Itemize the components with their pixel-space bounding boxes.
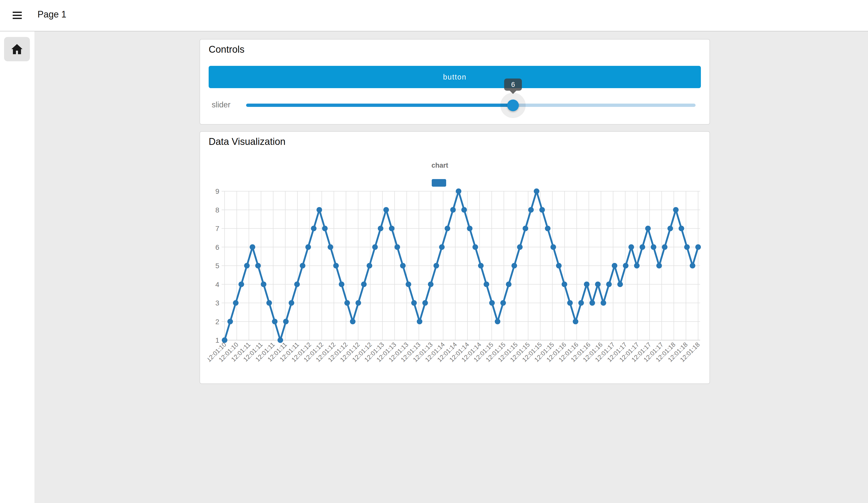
data-point <box>673 207 679 213</box>
data-point <box>651 244 656 250</box>
slider-row: slider 6 <box>200 96 710 114</box>
data-point <box>634 263 640 268</box>
data-point <box>244 263 250 268</box>
data-point <box>233 300 238 306</box>
data-point <box>629 244 634 250</box>
data-point <box>266 300 272 306</box>
data-point <box>445 226 450 231</box>
slider-handle[interactable] <box>507 100 519 111</box>
data-point <box>372 244 378 250</box>
data-point <box>394 244 400 250</box>
data-point <box>355 300 361 306</box>
data-point <box>656 263 662 268</box>
data-point <box>422 300 428 306</box>
data-point <box>350 319 355 325</box>
data-point <box>389 226 394 231</box>
slider-label: slider <box>212 100 230 110</box>
data-point <box>534 188 539 194</box>
data-point <box>400 263 406 268</box>
controls-card: Controls button slider 6 <box>199 39 710 125</box>
data-point <box>250 244 255 250</box>
y-axis-label: 3 <box>215 299 219 307</box>
data-point <box>322 226 328 231</box>
data-point <box>623 263 629 268</box>
data-point <box>556 263 562 268</box>
y-axis-label: 8 <box>215 206 219 214</box>
data-point <box>456 188 461 194</box>
data-point <box>662 244 668 250</box>
line-chart-canvas[interactable]: chart12345678912:01:1012:01:1012:01:1112… <box>208 157 702 380</box>
data-point <box>684 244 690 250</box>
data-point <box>434 263 439 268</box>
data-point <box>489 300 495 306</box>
data-point <box>601 300 606 306</box>
data-point <box>512 263 517 268</box>
data-point <box>589 300 595 306</box>
data-point <box>617 281 623 287</box>
data-point <box>506 281 512 287</box>
sidebar-item-home[interactable] <box>4 37 30 61</box>
data-point <box>645 226 651 231</box>
viz-card-title: Data Visualization <box>209 136 285 147</box>
data-point <box>517 244 523 250</box>
legend-swatch <box>432 179 446 187</box>
slider-track[interactable]: 6 <box>246 104 695 107</box>
y-axis-label: 6 <box>215 243 219 251</box>
data-point <box>333 263 339 268</box>
app-header: Page 1 <box>0 0 868 31</box>
data-point <box>439 244 445 250</box>
data-point <box>278 337 283 343</box>
data-point <box>679 226 684 231</box>
data-point <box>227 319 233 325</box>
data-point <box>406 281 411 287</box>
data-point <box>450 207 456 213</box>
data-point <box>567 300 573 306</box>
data-point <box>428 281 434 287</box>
data-point <box>383 207 389 213</box>
data-point <box>500 300 506 306</box>
y-axis-label: 1 <box>215 336 219 344</box>
y-axis-label: 7 <box>215 225 219 233</box>
data-point <box>484 281 489 287</box>
data-point <box>344 300 350 306</box>
data-point <box>311 226 317 231</box>
data-point <box>300 263 306 268</box>
y-axis-label: 4 <box>215 281 219 288</box>
y-axis-label: 2 <box>215 318 219 326</box>
data-point <box>578 300 584 306</box>
data-point <box>461 207 467 213</box>
y-axis-label: 9 <box>215 187 219 195</box>
data-point <box>238 281 244 287</box>
action-button[interactable]: button <box>209 66 701 88</box>
data-point <box>545 226 550 231</box>
data-visualization-card: Data Visualization chart12345678912:01:1… <box>199 131 710 384</box>
data-point <box>606 281 612 287</box>
data-point <box>255 263 261 268</box>
data-point <box>550 244 556 250</box>
slider-fill <box>246 104 513 107</box>
data-point <box>668 226 673 231</box>
sidebar <box>0 31 34 503</box>
data-point <box>690 263 695 268</box>
data-point <box>539 207 545 213</box>
data-point <box>467 226 473 231</box>
data-point <box>378 226 383 231</box>
data-point <box>695 244 701 250</box>
data-point <box>562 281 567 287</box>
data-point <box>328 244 333 250</box>
data-point <box>222 337 227 343</box>
data-point <box>294 281 300 287</box>
page-title: Page 1 <box>38 9 66 20</box>
data-point <box>366 263 372 268</box>
data-point <box>289 300 294 306</box>
data-point <box>612 263 617 268</box>
controls-card-title: Controls <box>209 44 245 55</box>
data-point <box>411 300 417 306</box>
home-icon <box>11 43 23 55</box>
data-point <box>283 319 289 325</box>
data-point <box>417 319 422 325</box>
data-point <box>595 281 601 287</box>
data-point <box>361 281 366 287</box>
data-point <box>523 226 528 231</box>
menu-icon[interactable] <box>13 12 22 20</box>
